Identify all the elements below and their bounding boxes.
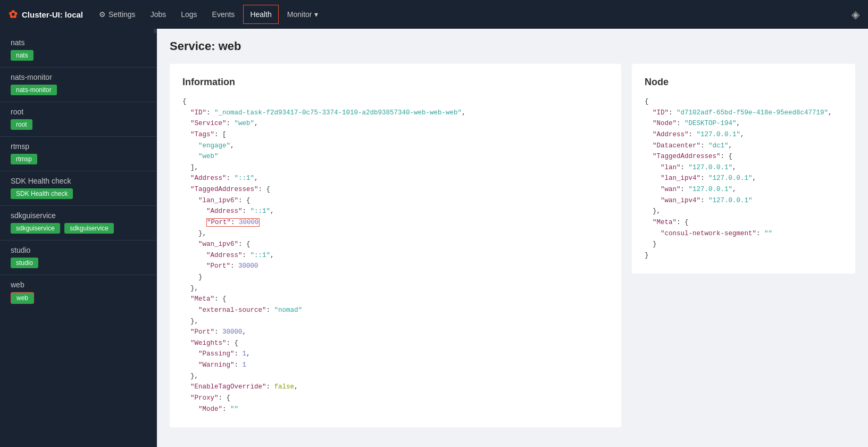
- service-tag-nats[interactable]: nats: [11, 50, 34, 61]
- service-tag-sdkguiservice-2[interactable]: sdkguiservice: [64, 223, 114, 234]
- service-tag-web[interactable]: web: [11, 292, 34, 304]
- service-name-nats: nats: [11, 38, 146, 47]
- sidebar-item-root: root root: [0, 102, 157, 136]
- service-name-sdk-health-check: SDK Health check: [11, 177, 146, 185]
- sidebar-item-sdkguiservice: sdkguiservice sdkguiservice sdkguiservic…: [0, 206, 157, 240]
- service-name-rtmsp: rtmsp: [11, 142, 146, 151]
- nav-right: ◈: [852, 8, 859, 21]
- information-card: Information { "ID": "_nomad-task-f2d9341…: [170, 64, 621, 427]
- health-nav-item[interactable]: Health: [243, 5, 278, 24]
- information-card-title: Information: [182, 77, 608, 88]
- logs-nav-item[interactable]: Logs: [173, 0, 204, 29]
- sidebar-item-studio: studio studio: [0, 241, 157, 275]
- nav-arrow-icon: ◈: [852, 8, 859, 21]
- information-json: { "ID": "_nomad-task-f2d93417-0c75-3374-…: [182, 96, 608, 415]
- monitor-label: Monitor: [287, 10, 312, 19]
- service-name-nats-monitor: nats-monitor: [11, 73, 146, 81]
- settings-label: Settings: [108, 10, 136, 19]
- sidebar-item-rtmsp: rtmsp rtmsp: [0, 137, 157, 171]
- node-card: Node { "ID": "d7102adf-65bd-f59e-418e-95…: [632, 64, 855, 274]
- settings-nav-item[interactable]: ⚙ Settings: [91, 0, 143, 29]
- sidebar-item-web: web web: [0, 275, 157, 310]
- service-name-root: root: [11, 107, 146, 116]
- service-tag-sdkguiservice-1[interactable]: sdkguiservice: [11, 223, 60, 234]
- navbar: ✿ Cluster-UI: local ⚙ Settings Jobs Logs…: [0, 0, 868, 29]
- node-card-title: Node: [645, 77, 842, 88]
- main-layout: nats nats nats-monitor nats-monitor root…: [0, 29, 868, 447]
- content-area: Service: web Information { "ID": "_nomad…: [157, 29, 868, 447]
- service-name-web: web: [11, 280, 146, 289]
- page-title: Service: web: [170, 39, 855, 53]
- brand-icon: ✿: [9, 8, 18, 21]
- node-json: { "ID": "d7102adf-65bd-f59e-418e-95eed8c…: [645, 96, 842, 261]
- settings-icon: ⚙: [99, 10, 106, 19]
- sidebar: nats nats nats-monitor nats-monitor root…: [0, 29, 157, 447]
- sidebar-item-nats: nats nats: [0, 33, 157, 67]
- sidebar-item-sdk-health-check: SDK Health check SDK Health check: [0, 171, 157, 205]
- service-name-sdkguiservice: sdkguiservice: [11, 211, 146, 220]
- service-tag-nats-monitor[interactable]: nats-monitor: [11, 85, 57, 95]
- sidebar-item-nats-monitor: nats-monitor nats-monitor: [0, 68, 157, 102]
- service-tag-sdk-health-check[interactable]: SDK Health check: [11, 188, 73, 199]
- service-name-studio: studio: [11, 246, 146, 254]
- cards-row: Information { "ID": "_nomad-task-f2d9341…: [170, 64, 855, 427]
- service-tag-root[interactable]: root: [11, 119, 32, 130]
- monitor-chevron-icon: ▾: [314, 10, 318, 19]
- jobs-nav-item[interactable]: Jobs: [143, 0, 174, 29]
- monitor-nav-item[interactable]: Monitor ▾: [280, 0, 326, 29]
- service-tag-rtmsp[interactable]: rtmsp: [11, 154, 37, 164]
- events-nav-item[interactable]: Events: [205, 0, 243, 29]
- service-tag-studio[interactable]: studio: [11, 258, 38, 268]
- brand[interactable]: ✿ Cluster-UI: local: [9, 8, 83, 21]
- brand-name: Cluster-UI: local: [22, 10, 83, 19]
